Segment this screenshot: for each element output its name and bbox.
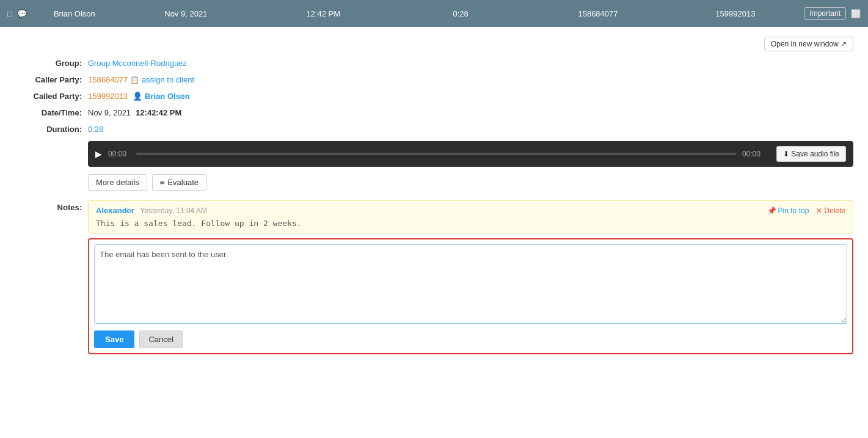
audio-time-end: 00:00 <box>742 150 764 158</box>
audio-time-start: 00:00 <box>108 150 130 158</box>
user-icon: 👤 <box>133 92 142 101</box>
play-button[interactable]: ▶ <box>95 149 102 159</box>
duration-field-row: Duration: 0:28 <box>15 125 853 134</box>
pin-icon: 📌 <box>767 206 776 215</box>
note-item: Alexander Yesterday, 11:04 AM 📌 Pin to t… <box>88 200 853 233</box>
note-textarea[interactable] <box>94 244 847 324</box>
notes-content: Alexander Yesterday, 11:04 AM 📌 Pin to t… <box>88 200 853 359</box>
evaluate-button[interactable]: ≡ Evaluate <box>152 174 206 191</box>
called-number: 159992013 <box>88 92 128 101</box>
note-body: This is a sales lead. Follow up in 2 wee… <box>96 219 845 228</box>
pin-to-top-button[interactable]: 📌 Pin to top <box>767 206 809 215</box>
important-button[interactable]: Important <box>804 7 846 20</box>
delete-note-button[interactable]: ✕ Delete <box>816 206 845 215</box>
header-bar: □ 💬 Brian Olson Nov 9, 2021 12:42 PM 0:2… <box>0 0 868 27</box>
assign-icon: 📋 <box>130 76 139 84</box>
action-buttons: More details ≡ Evaluate <box>88 174 853 191</box>
caller-number: 158684077 <box>88 75 128 84</box>
open-new-window-button[interactable]: Open in new window ↗ <box>764 37 853 51</box>
header-time: 12:42 PM <box>255 9 392 18</box>
save-audio-button[interactable]: ⬇ Save audio file <box>776 146 846 162</box>
more-details-button[interactable]: More details <box>88 174 147 191</box>
save-note-button[interactable]: Save <box>94 330 134 348</box>
audio-player: ▶ 00:00 00:00 ⬇ Save audio file <box>88 141 853 167</box>
datetime-field-row: Date/Time: Nov 9, 2021 12:42:42 PM <box>15 108 853 117</box>
note-meta: Alexander Yesterday, 11:04 AM <box>96 206 207 215</box>
chat-icon: 💬 <box>17 9 27 18</box>
notes-label: Notes: <box>15 200 82 212</box>
caller-party-label: Caller Party: <box>15 75 82 84</box>
group-field-row: Group: Group Mcconnell-Rodriguez <box>15 59 853 68</box>
note-time: Yesterday, 11:04 AM <box>140 206 207 215</box>
datetime-time: 12:42:42 PM <box>136 108 181 117</box>
header-called: 159992013 <box>666 9 804 18</box>
note-actions: 📌 Pin to top ✕ Delete <box>767 206 845 215</box>
group-label: Group: <box>15 59 82 68</box>
assign-to-client-link[interactable]: assign to client <box>142 75 194 84</box>
notes-section: Notes: Alexander Yesterday, 11:04 AM 📌 P… <box>15 200 853 359</box>
note-edit-actions: Save Cancel <box>94 330 847 348</box>
header-duration: 0:28 <box>392 9 530 18</box>
header-date: Nov 9, 2021 <box>117 9 255 18</box>
top-row: Open in new window ↗ <box>15 37 853 51</box>
cancel-note-button[interactable]: Cancel <box>139 330 182 348</box>
evaluate-label: Evaluate <box>167 178 199 187</box>
note-header: Alexander Yesterday, 11:04 AM 📌 Pin to t… <box>96 206 845 215</box>
delete-label: Delete <box>824 206 845 215</box>
note-author: Alexander <box>96 206 134 215</box>
called-party-field-row: Called Party: 159992013 👤 Brian Olson <box>15 92 853 101</box>
minimize-icon[interactable]: ⬜ <box>851 9 861 18</box>
datetime-label: Date/Time: <box>15 108 82 117</box>
caller-party-field-row: Caller Party: 158684077 📋 assign to clie… <box>15 75 853 84</box>
called-person-link[interactable]: Brian Olson <box>145 92 190 101</box>
audio-progress-bar[interactable] <box>136 153 736 155</box>
group-value-link[interactable]: Group Mcconnell-Rodriguez <box>88 59 187 68</box>
main-content: Open in new window ↗ Group: Group Mcconn… <box>0 27 868 438</box>
duration-label: Duration: <box>15 125 82 134</box>
square-icon: □ <box>7 9 12 18</box>
header-caller: 158684077 <box>530 9 667 18</box>
called-party-label: Called Party: <box>15 92 82 101</box>
delete-icon: ✕ <box>816 206 822 215</box>
datetime-date: Nov 9, 2021 <box>88 108 131 117</box>
note-edit-box: Save Cancel <box>88 238 853 354</box>
evaluate-icon: ≡ <box>160 178 165 187</box>
duration-value: 0:28 <box>88 125 103 134</box>
pin-label: Pin to top <box>778 206 809 215</box>
header-name: Brian Olson <box>32 9 117 18</box>
